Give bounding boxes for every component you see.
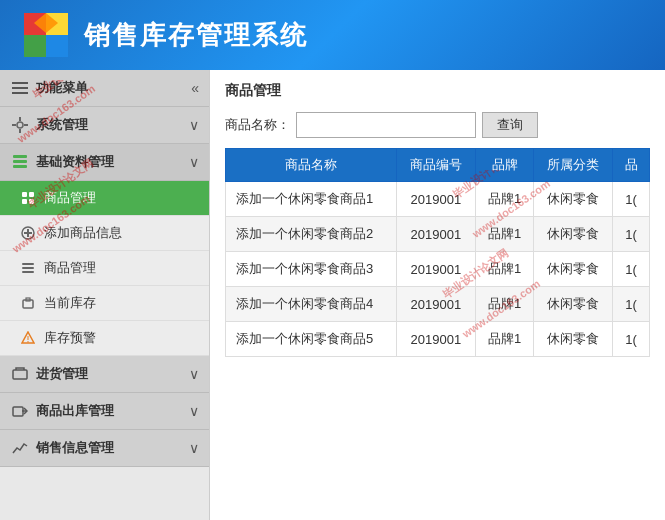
purchase-icon	[10, 364, 30, 384]
cell-category: 休闲零食	[534, 217, 613, 252]
system-icon	[10, 115, 30, 135]
svg-rect-14	[13, 160, 27, 163]
cell-category: 休闲零食	[534, 252, 613, 287]
table-row: 添加一个休闲零食商品4 2019001 品牌1 休闲零食 1(	[226, 287, 650, 322]
sidebar-system-label: 系统管理	[36, 116, 189, 134]
cell-category: 休闲零食	[534, 287, 613, 322]
sidebar-item-alert-label: 库存预警	[44, 329, 96, 347]
table-row: 添加一个休闲零食商品5 2019001 品牌1 休闲零食 1(	[226, 322, 650, 357]
cell-code: 2019001	[396, 322, 475, 357]
svg-rect-31	[13, 370, 27, 379]
sidebar: 功能菜单 « 系统管理 ∨ 基础资料管理 ∨ 商品管理	[0, 70, 210, 520]
cell-code: 2019001	[396, 182, 475, 217]
sidebar-purchase-header[interactable]: 进货管理 ∨	[0, 356, 209, 393]
sales-out-icon	[10, 401, 30, 421]
sidebar-sales-info-label: 销售信息管理	[36, 439, 189, 457]
cell-category: 休闲零食	[534, 322, 613, 357]
sidebar-item-product-list-label: 商品管理	[44, 259, 96, 277]
svg-rect-22	[24, 232, 32, 234]
table-row: 添加一个休闲零食商品3 2019001 品牌1 休闲零食 1(	[226, 252, 650, 287]
cell-name: 添加一个休闲零食商品3	[226, 252, 397, 287]
sidebar-purchase-label: 进货管理	[36, 365, 189, 383]
sales-info-chevron: ∨	[189, 440, 199, 456]
table-row: 添加一个休闲零食商品1 2019001 品牌1 休闲零食 1(	[226, 182, 650, 217]
sidebar-menu-header[interactable]: 功能菜单 «	[0, 70, 209, 107]
sidebar-item-add-product[interactable]: 添加商品信息	[0, 216, 209, 251]
sidebar-sales-out-header[interactable]: 商品出库管理 ∨	[0, 393, 209, 430]
svg-rect-6	[12, 87, 28, 89]
sidebar-base-label: 基础资料管理	[36, 153, 189, 171]
svg-rect-12	[24, 124, 28, 126]
stock-current-icon	[18, 293, 38, 313]
product-table: 商品名称 商品编号 品牌 所属分类 品 添加一个休闲零食商品1 2019001 …	[225, 148, 650, 357]
svg-rect-30	[28, 341, 29, 343]
sidebar-item-product-label: 商品管理	[44, 189, 96, 207]
sidebar-menu-label: 功能菜单	[36, 79, 191, 97]
cell-brand: 品牌1	[475, 322, 534, 357]
svg-marker-2	[24, 35, 46, 57]
search-input[interactable]	[296, 112, 476, 138]
svg-rect-23	[22, 263, 34, 265]
sales-out-chevron: ∨	[189, 403, 199, 419]
svg-rect-7	[12, 92, 28, 94]
main-layout: 功能菜单 « 系统管理 ∨ 基础资料管理 ∨ 商品管理	[0, 70, 665, 520]
sidebar-base-header[interactable]: 基础资料管理 ∨	[0, 144, 209, 181]
menu-chevron: «	[191, 80, 199, 96]
search-label: 商品名称：	[225, 116, 290, 134]
sidebar-item-product-mgmt[interactable]: 商品管理	[0, 181, 209, 216]
svg-rect-10	[19, 129, 21, 133]
sales-info-icon	[10, 438, 30, 458]
product-list-icon	[18, 258, 38, 278]
base-icon	[10, 152, 30, 172]
cell-brand: 品牌1	[475, 217, 534, 252]
svg-rect-15	[13, 165, 27, 168]
svg-rect-13	[13, 155, 27, 158]
menu-icon	[10, 78, 30, 98]
search-button[interactable]: 查询	[482, 112, 538, 138]
page-title: 商品管理	[225, 82, 650, 100]
col-name: 商品名称	[226, 149, 397, 182]
col-category: 所属分类	[534, 149, 613, 182]
stock-alert-icon	[18, 328, 38, 348]
system-chevron: ∨	[189, 117, 199, 133]
cell-extra: 1(	[613, 252, 650, 287]
cell-extra: 1(	[613, 287, 650, 322]
sidebar-item-stock-current[interactable]: 当前库存	[0, 286, 209, 321]
svg-rect-9	[19, 117, 21, 121]
sidebar-system-header[interactable]: 系统管理 ∨	[0, 107, 209, 144]
svg-marker-3	[46, 35, 68, 57]
sidebar-sales-out-label: 商品出库管理	[36, 402, 189, 420]
cell-brand: 品牌1	[475, 287, 534, 322]
cell-extra: 1(	[613, 322, 650, 357]
cell-brand: 品牌1	[475, 252, 534, 287]
svg-rect-32	[13, 407, 23, 416]
cell-brand: 品牌1	[475, 182, 534, 217]
sidebar-item-product-list[interactable]: 商品管理	[0, 251, 209, 286]
svg-point-8	[17, 122, 23, 128]
table-row: 添加一个休闲零食商品2 2019001 品牌1 休闲零食 1(	[226, 217, 650, 252]
sidebar-item-stock-alert[interactable]: 库存预警	[0, 321, 209, 356]
product-mgmt-icon	[18, 188, 38, 208]
cell-name: 添加一个休闲零食商品5	[226, 322, 397, 357]
col-brand: 品牌	[475, 149, 534, 182]
search-bar: 商品名称： 查询	[225, 112, 650, 138]
header: 销售库存管理系统	[0, 0, 665, 70]
svg-rect-24	[22, 267, 34, 269]
col-code: 商品编号	[396, 149, 475, 182]
base-chevron: ∨	[189, 154, 199, 170]
svg-rect-19	[29, 199, 34, 204]
svg-rect-11	[12, 124, 16, 126]
sidebar-item-add-product-label: 添加商品信息	[44, 224, 122, 242]
col-extra: 品	[613, 149, 650, 182]
cell-name: 添加一个休闲零食商品2	[226, 217, 397, 252]
app-title: 销售库存管理系统	[84, 18, 308, 53]
sidebar-sales-info-header[interactable]: 销售信息管理 ∨	[0, 430, 209, 467]
cell-extra: 1(	[613, 182, 650, 217]
cell-name: 添加一个休闲零食商品4	[226, 287, 397, 322]
add-product-icon	[18, 223, 38, 243]
cell-code: 2019001	[396, 217, 475, 252]
sidebar-item-stock-label: 当前库存	[44, 294, 96, 312]
cell-name: 添加一个休闲零食商品1	[226, 182, 397, 217]
cell-code: 2019001	[396, 287, 475, 322]
svg-rect-18	[22, 199, 27, 204]
